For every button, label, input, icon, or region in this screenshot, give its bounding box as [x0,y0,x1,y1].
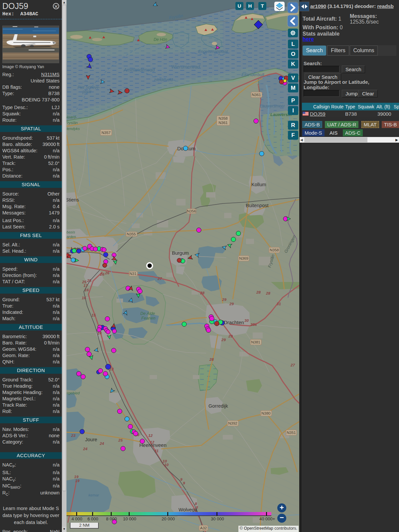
svg-text:Gorredijk: Gorredijk [208,403,228,409]
svg-text:11: 11 [155,449,159,453]
svg-text:16: 16 [84,288,89,292]
svg-text:19: 19 [74,475,78,479]
svg-text:28: 28 [256,290,261,294]
svg-text:31: 31 [277,302,281,306]
svg-text:28: 28 [266,291,270,295]
svg-text:29: 29 [229,302,234,306]
svg-text:N355: N355 [127,232,136,236]
svg-text:De Hôn: De Hôn [154,37,167,42]
svg-text:27: 27 [157,277,162,281]
svg-text:24: 24 [83,447,87,451]
svg-text:N351: N351 [287,431,296,435]
svg-text:basis: basis [66,230,75,234]
svg-text:23: 23 [71,434,75,438]
svg-text:17: 17 [83,284,88,288]
svg-text:12: 12 [150,440,154,444]
svg-text:16: 16 [82,296,86,300]
svg-text:Amelanderwad: Amelanderwad [123,67,155,72]
svg-text:N392: N392 [228,421,237,425]
svg-text:N358: N358 [218,116,228,120]
svg-text:28: 28 [200,291,204,295]
svg-text:12: 12 [148,434,153,438]
svg-text:Kollum: Kollum [251,182,266,187]
svg-text:27: 27 [290,363,295,367]
svg-text:28: 28 [209,357,214,361]
svg-text:25: 25 [87,279,91,283]
svg-text:Joure: Joure [85,437,97,442]
svg-text:Eilanderbult: Eilanderbult [241,72,265,77]
svg-text:10: 10 [164,463,169,467]
svg-text:19: 19 [75,479,79,483]
svg-text:N380: N380 [261,411,271,415]
svg-text:Piet Scheve-: Piet Scheve- [77,85,100,90]
svg-text:Buitenpost: Buitenpost [246,203,269,208]
svg-text:N356: N356 [187,209,196,213]
svg-text:N361: N361 [218,121,228,125]
svg-text:29: 29 [221,338,226,342]
svg-text:warden: warden [66,235,76,239]
svg-text:N361: N361 [252,93,261,97]
svg-text:Noard-: Noard- [66,115,77,119]
svg-text:26: 26 [105,271,109,275]
svg-text:Feanen: Feanen [141,316,155,321]
svg-text:Lauwersmeer: Lauwersmeer [260,104,285,108]
svg-text:De Alde: De Alde [140,311,155,316]
svg-text:29: 29 [228,334,233,338]
svg-text:Wolvega: Wolvega [179,507,198,512]
svg-text:A32: A32 [200,526,207,530]
svg-text:Wierumerwad: Wierumerwad [171,64,200,69]
svg-text:ûtendyks: ûtendyks [66,127,80,131]
svg-text:Stiens: Stiens [66,197,79,202]
svg-text:29: 29 [222,298,226,302]
svg-text:N31: N31 [129,272,136,276]
svg-text:15: 15 [91,313,96,317]
svg-text:N369: N369 [239,256,248,260]
svg-text:Engelsmanplaat: Engelsmanplaat [198,49,228,54]
svg-text:N381: N381 [251,340,260,344]
svg-text:25: 25 [118,438,123,442]
svg-text:N357: N357 [101,131,111,135]
svg-text:30: 30 [244,319,249,323]
svg-text:24: 24 [99,442,104,446]
svg-text:30a: 30a [250,323,257,327]
svg-text:Heideveld: Heideveld [154,77,173,82]
svg-text:kemar: kemar [88,493,99,497]
svg-text:Burgum: Burgum [172,250,189,256]
svg-text:ergebied: ergebied [66,391,80,395]
svg-text:9: 9 [180,477,183,481]
svg-text:26: 26 [100,272,104,276]
svg-text:8: 8 [196,505,198,509]
svg-text:N358: N358 [270,248,279,252]
svg-text:Fryslân: Fryslân [66,121,78,125]
svg-text:Drachten: Drachten [224,320,244,325]
svg-text:9: 9 [183,481,185,485]
svg-text:plaat: plaat [82,89,91,94]
